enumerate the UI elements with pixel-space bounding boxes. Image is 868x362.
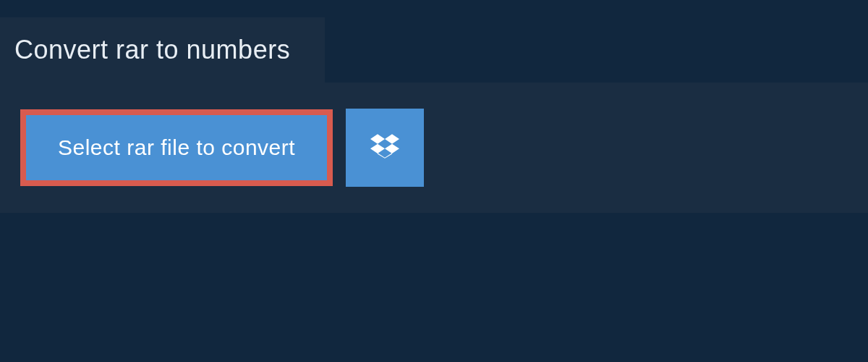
action-bar: Select rar file to convert (0, 83, 868, 213)
select-file-label: Select rar file to convert (58, 135, 295, 160)
page-title: Convert rar to numbers (14, 35, 290, 65)
dropbox-button[interactable] (346, 109, 424, 187)
select-file-button[interactable]: Select rar file to convert (20, 109, 333, 186)
page-header-tab: Convert rar to numbers (0, 17, 325, 83)
dropbox-icon (370, 132, 399, 164)
